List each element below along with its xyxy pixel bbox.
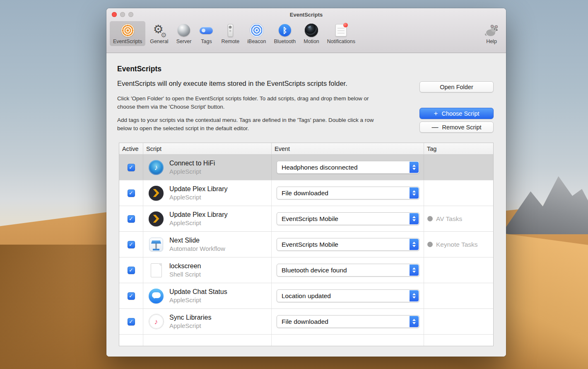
event-cell: Bluetooth device found [272, 257, 424, 283]
minimize-button[interactable] [120, 12, 125, 17]
event-dropdown[interactable]: EventScripts Mobile [277, 238, 419, 251]
toolbar-item-bluetooth[interactable]: Bluetooth [270, 21, 299, 46]
toolbar-item-general[interactable]: General [147, 21, 171, 46]
table-row[interactable]: Update Chat Status AppleScript Location … [119, 283, 493, 309]
choose-script-button-label: Choose Script [441, 110, 479, 117]
table-row[interactable]: Sync Libraries AppleScript File download… [119, 309, 493, 335]
wallpaper-mountain [501, 176, 588, 234]
stepper-arrows-icon [410, 316, 419, 327]
choose-script-button[interactable]: + Choose Script [419, 108, 494, 119]
script-type: AppleScript [169, 296, 227, 303]
event-dropdown[interactable]: EventScripts Mobile [277, 212, 419, 225]
event-dropdown[interactable]: Bluetooth device found [277, 264, 419, 277]
remove-script-button[interactable]: — Remove Script [419, 121, 494, 133]
stepper-arrows-icon [410, 187, 419, 199]
event-dropdown-value: Location updated [282, 292, 331, 300]
plex-icon [148, 211, 164, 227]
keynote-icon [148, 237, 164, 252]
column-header-active: Active [119, 143, 143, 154]
desktop-wallpaper: EventScripts EventScripts General Server… [0, 0, 588, 369]
script-name: Connect to HiFi [169, 160, 215, 167]
empty-cell [424, 335, 493, 346]
preference-pane: EventScripts EventScripts will only exec… [106, 53, 506, 357]
script-name: Update Plex Library [169, 185, 228, 193]
window-title: EventScripts [106, 8, 506, 21]
toolbar-item-eventscripts[interactable]: EventScripts [110, 21, 145, 46]
active-checkbox[interactable] [128, 267, 135, 274]
plus-icon: + [434, 110, 438, 117]
table-row[interactable]: Update Plex Library AppleScript EventScr… [119, 206, 493, 232]
script-name: Update Chat Status [169, 288, 227, 296]
remove-script-button-label: Remove Script [442, 124, 481, 131]
script-type: AppleScript [169, 322, 211, 329]
traffic-lights [112, 12, 133, 17]
event-dropdown-value: Bluetooth device found [282, 267, 347, 274]
table-row[interactable]: Next Slide Automator Workflow EventScrip… [119, 232, 493, 257]
script-name: Sync Libraries [169, 314, 211, 321]
general-icon [152, 23, 166, 37]
tag-label: AV Tasks [436, 215, 462, 223]
zoom-button[interactable] [128, 12, 133, 17]
toolbar-item-label: Remote [221, 39, 239, 44]
server-icon [177, 23, 191, 37]
active-checkbox[interactable] [128, 164, 135, 171]
script-name: lockscreen [169, 262, 201, 270]
script-cell: Update Chat Status AppleScript [143, 283, 272, 308]
active-checkbox[interactable] [128, 318, 135, 325]
window-titlebar[interactable]: EventScripts [106, 8, 506, 21]
event-dropdown[interactable]: Location updated [277, 289, 419, 302]
app-window: EventScripts EventScripts General Server… [106, 8, 506, 357]
pane-heading: EventScripts [117, 65, 161, 73]
toolbar-item-label: EventScripts [113, 39, 142, 44]
table-row[interactable]: lockscreen Shell Script Bluetooth device… [119, 257, 493, 283]
event-cell: File downloaded [272, 180, 424, 206]
event-dropdown-value: File downloaded [282, 189, 328, 197]
active-cell [119, 257, 143, 283]
event-dropdown[interactable]: File downloaded [277, 187, 419, 199]
event-cell: Headphones disconnected [272, 155, 424, 180]
stepper-arrows-icon [410, 239, 419, 250]
toolbar-item-ibeacon[interactable]: iBeacon [244, 21, 269, 46]
tag-label: Keynote Tasks [436, 241, 478, 248]
toolbar-item-group: EventScripts General Server Tags Remote … [110, 21, 360, 46]
bluetooth-icon [278, 23, 292, 37]
chat-icon [148, 288, 164, 304]
script-cell: lockscreen Shell Script [143, 257, 272, 283]
close-button[interactable] [112, 12, 117, 17]
tag-cell [424, 257, 493, 283]
script-type: AppleScript [169, 194, 228, 201]
toolbar-item-label: Help [486, 39, 497, 44]
active-cell [119, 206, 143, 231]
active-checkbox[interactable] [128, 292, 135, 300]
toolbar-item-notifications[interactable]: Notifications [324, 21, 359, 46]
column-header-event: Event [272, 143, 424, 154]
tag-cell [424, 155, 493, 180]
event-cell: Location updated [272, 283, 424, 308]
remote-icon [223, 23, 237, 37]
event-cell: EventScripts Mobile [272, 232, 424, 257]
active-checkbox[interactable] [128, 241, 135, 248]
toolbar-item-tags[interactable]: Tags [196, 21, 217, 46]
open-folder-button[interactable]: Open Folder [419, 81, 494, 92]
toolbar-item-server[interactable]: Server [173, 21, 195, 46]
toolbar-item-label: Notifications [327, 39, 355, 44]
active-checkbox[interactable] [128, 215, 135, 223]
motion-icon [304, 23, 318, 37]
toolbar-item-help[interactable]: Help [481, 21, 502, 46]
stepper-arrows-icon [410, 265, 419, 276]
eventscripts-icon [120, 23, 135, 37]
toolbar-item-label: Tags [201, 39, 212, 44]
tag-cell [424, 180, 493, 206]
empty-cell [119, 335, 143, 346]
toolbar-item-motion[interactable]: Motion [300, 21, 323, 46]
ibeacon-icon [250, 23, 264, 37]
script-cell: Update Plex Library AppleScript [143, 180, 272, 206]
toolbar-item-remote[interactable]: Remote [218, 21, 243, 46]
event-dropdown[interactable]: File downloaded [277, 315, 419, 328]
table-row[interactable]: Update Plex Library AppleScript File dow… [119, 180, 493, 206]
table-header-row: Active Script Event Tag [119, 143, 493, 155]
notifications-icon [334, 23, 348, 37]
event-dropdown[interactable]: Headphones disconnected [277, 161, 419, 174]
table-row[interactable]: Connect to HiFi AppleScript Headphones d… [119, 155, 493, 180]
active-checkbox[interactable] [128, 189, 135, 197]
